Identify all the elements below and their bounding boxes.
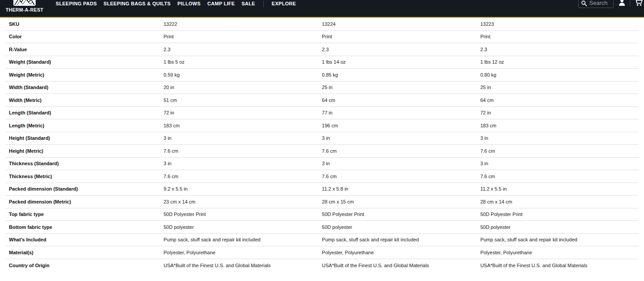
header-icon-divider [630, 0, 630, 6]
account-icon[interactable] [618, 0, 626, 7]
row-value: Polyester, Polyurethane [480, 250, 639, 255]
row-value: 2.3 [480, 47, 639, 52]
row-label: Bottom fabric type [5, 224, 164, 230]
row-value: 2.3 [164, 47, 322, 52]
row-label: Top fabric type [5, 212, 164, 217]
nav-sleeping-pads[interactable]: SLEEPING PADS [56, 1, 97, 6]
row-label: Packed dimension (Metric) [5, 199, 164, 204]
row-value: 183 cm [164, 123, 322, 128]
nav-camp-life[interactable]: CAMP LIFE [207, 1, 235, 6]
row-value: 25 in [480, 85, 639, 90]
row-value: 64 cm [480, 98, 639, 103]
table-row: Length (Metric)183 cm196 cm183 cm [5, 119, 639, 132]
row-value: 28 cm x 14 cm [480, 199, 639, 204]
main-nav: SLEEPING PADS SLEEPING BAGS & QUILTS PIL… [56, 0, 296, 7]
search-box[interactable] [578, 0, 614, 8]
nav-divider [263, 0, 264, 7]
nav-pillows[interactable]: PILLOWS [177, 1, 201, 6]
row-label: Weight (Metric) [5, 72, 164, 77]
row-value: 0.59 kg [164, 72, 322, 77]
row-value: 3 in [164, 161, 322, 166]
table-row: Width (Metric)51 cm64 cm64 cm [5, 94, 639, 107]
table-row: Height (Metric)7.6 cm7.6 cm7.6 cm [5, 145, 639, 158]
row-label: Length (Standard) [5, 110, 164, 115]
row-label: Width (Metric) [5, 98, 164, 103]
cart-icon[interactable] [634, 0, 643, 7]
table-row: R-Value2.32.32.3 [5, 43, 639, 56]
table-row: Country of OriginUSA*Built of the Finest… [5, 259, 639, 272]
nav-explore[interactable]: EXPLORE [272, 1, 296, 6]
row-value: 1 lbs 12 oz [480, 59, 639, 65]
row-value: 50D Polyester Print [164, 212, 322, 217]
row-value: 50D polyester [322, 224, 480, 230]
row-label: Height (Standard) [5, 135, 164, 141]
row-value: USA*Built of the Finest U.S. and Global … [322, 263, 480, 268]
table-row: Width (Standard)20 in25 in25 in [5, 81, 639, 94]
row-value: 11.2 x 5.5 in [480, 186, 639, 191]
table-row: Thickness (Standard)3 in3 in3 in [5, 158, 639, 171]
nav-sale[interactable]: SALE [242, 1, 255, 6]
thermarest-logo[interactable]: THERM-A-REST [6, 0, 43, 12]
row-label: SKU [5, 21, 164, 27]
row-value: 50D polyester [164, 224, 322, 230]
search-icon [581, 0, 587, 6]
row-value: 7.6 cm [322, 148, 480, 154]
row-value: Polyester, Polyurethane [322, 250, 480, 255]
logo-wordmark: THERM-A-REST [6, 7, 44, 12]
row-value: 7.6 cm [322, 174, 480, 179]
table-row: Packed dimension (Metric)23 cm x 14 cm28… [5, 195, 639, 208]
row-label: Country of Origin [5, 263, 164, 268]
row-label: Material(s) [5, 250, 164, 255]
row-value: 1 lbs 5 oz [164, 59, 322, 65]
row-value: 7.6 cm [164, 148, 322, 154]
table-row: ColorPrintPrintPrint [5, 31, 639, 44]
row-value: 196 cm [322, 123, 480, 128]
row-value: 2.3 [322, 47, 480, 52]
row-value: 13222 [164, 21, 322, 27]
row-value: 183 cm [480, 123, 639, 128]
row-value: 51 cm [164, 98, 322, 103]
row-value: 0.80 kg [480, 72, 639, 77]
row-value: 11.2 x 5.8 in [322, 186, 480, 191]
row-value: USA*Built of the Finest U.S. and Global … [480, 263, 639, 268]
nav-sleeping-bags-quilts[interactable]: SLEEPING BAGS & QUILTS [103, 1, 171, 6]
main-content: SKU132221322413223ColorPrintPrintPrintR-… [0, 18, 644, 272]
comparison-table: SKU132221322413223ColorPrintPrintPrintR-… [5, 18, 639, 272]
row-value: 3 in [322, 135, 480, 141]
row-label: Height (Metric) [5, 148, 164, 154]
row-label: Width (Standard) [5, 85, 164, 90]
row-value: 7.6 cm [480, 174, 639, 179]
row-value: 3 in [480, 135, 639, 141]
row-value: Polyester, Polyurethane [164, 250, 322, 255]
table-row: Packed dimension (Standard)9.2 x 5.5 in1… [5, 183, 639, 196]
table-row: What's IncludedPump sack, stuff sack and… [5, 234, 639, 247]
table-row: Weight (Metric)0.59 kg0.85 kg0.80 kg [5, 69, 639, 81]
row-label: What's Included [5, 237, 164, 242]
row-value: 7.6 cm [164, 174, 322, 179]
table-row: Weight (Standard)1 lbs 5 oz1 lbs 14 oz1 … [5, 56, 639, 69]
table-row: Height (Standard)3 in3 in3 in [5, 132, 639, 145]
row-label: Color [5, 34, 164, 39]
row-value: 77 in [322, 110, 480, 115]
search-input[interactable] [589, 0, 611, 6]
row-value: Print [322, 34, 480, 39]
row-value: Pump sack, stuff sack and repair kit inc… [322, 237, 480, 242]
table-row: Bottom fabric type50D polyester50D polye… [5, 221, 639, 234]
row-label: Weight (Standard) [5, 59, 164, 65]
table-row: Top fabric type50D Polyester Print50D Po… [5, 208, 639, 221]
row-value: 50D Polyester Print [322, 212, 480, 217]
row-value: Print [164, 34, 322, 39]
row-label: R-Value [5, 47, 164, 52]
site-header: THERM-A-REST SLEEPING PADS SLEEPING BAGS… [0, 0, 644, 18]
header-actions [578, 0, 643, 13]
row-label: Thickness (Standard) [5, 161, 164, 166]
row-value: 0.85 kg [322, 72, 480, 77]
row-value: 13223 [480, 21, 639, 27]
row-value: 3 in [164, 135, 322, 141]
row-value: 23 cm x 14 cm [164, 199, 322, 204]
row-value: 9.2 x 5.5 in [164, 186, 322, 191]
row-value: Print [480, 34, 639, 39]
row-value: Pump sack, stuff sack and repair kit inc… [164, 237, 322, 242]
table-row: Material(s)Polyester, PolyurethanePolyes… [5, 246, 639, 259]
row-value: 13224 [322, 21, 480, 27]
